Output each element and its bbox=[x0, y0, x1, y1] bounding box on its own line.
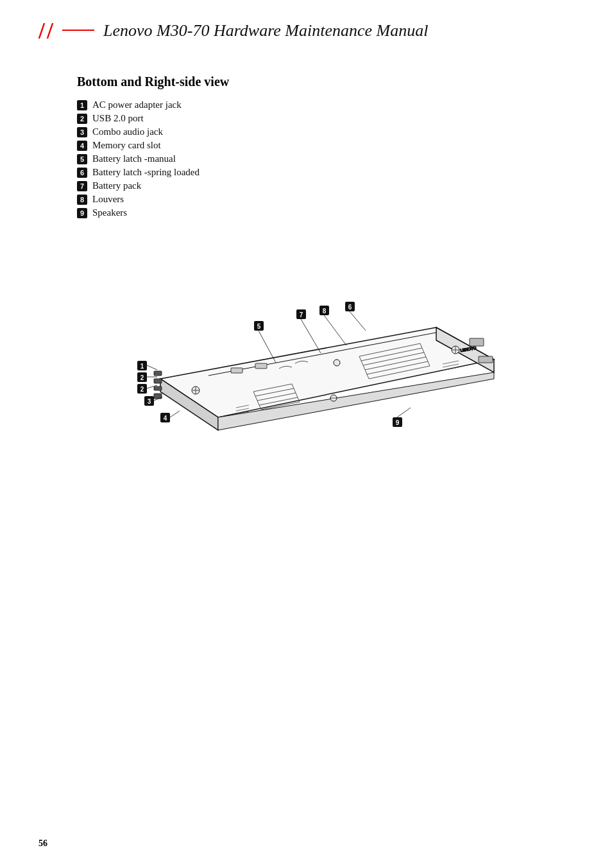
item-label: Louvers bbox=[92, 194, 124, 205]
badge-9: 9 bbox=[77, 208, 87, 218]
svg-text:6: 6 bbox=[348, 304, 352, 311]
svg-line-53 bbox=[147, 365, 157, 370]
manual-title: Lenovo M30-70 Hardware Maintenance Manua… bbox=[103, 21, 428, 40]
item-label: Speakers bbox=[92, 207, 127, 218]
list-item: 9 Speakers bbox=[77, 207, 574, 218]
item-label: Battery latch -manual bbox=[92, 153, 176, 164]
svg-text:2: 2 bbox=[140, 386, 144, 393]
svg-line-65 bbox=[170, 411, 180, 417]
item-label: AC power adapter jack bbox=[92, 100, 182, 110]
svg-line-68 bbox=[397, 408, 411, 417]
list-item: 7 Battery pack bbox=[77, 180, 574, 191]
page-header: / / Lenovo M30-70 Hardware Maintenance M… bbox=[38, 19, 574, 49]
svg-line-47 bbox=[301, 319, 321, 353]
page-number: 56 bbox=[38, 838, 47, 849]
badge-2: 2 bbox=[77, 114, 87, 124]
svg-rect-33 bbox=[154, 394, 162, 399]
page-content: Bottom and Right-side view 1 AC power ad… bbox=[77, 74, 574, 469]
svg-rect-30 bbox=[154, 371, 162, 376]
svg-line-50 bbox=[259, 331, 276, 363]
list-item: 3 Combo audio jack bbox=[77, 126, 574, 137]
svg-line-44 bbox=[324, 315, 346, 345]
item-label: Battery latch -spring loaded bbox=[92, 167, 200, 178]
components-list: 1 AC power adapter jack 2 USB 2.0 port 3… bbox=[77, 100, 574, 218]
logo-divider bbox=[62, 30, 94, 31]
svg-text:4: 4 bbox=[164, 415, 167, 422]
svg-rect-34 bbox=[231, 368, 242, 373]
laptop-svg: LENOVO 6 8 7 5 1 bbox=[96, 238, 520, 469]
svg-rect-36 bbox=[470, 338, 484, 346]
section-title: Bottom and Right-side view bbox=[77, 74, 574, 89]
svg-rect-31 bbox=[154, 379, 162, 383]
item-label: Battery pack bbox=[92, 180, 141, 191]
badge-8: 8 bbox=[77, 195, 87, 205]
item-label: Memory card slot bbox=[92, 140, 161, 151]
svg-text:1: 1 bbox=[140, 363, 144, 370]
svg-rect-32 bbox=[154, 386, 162, 390]
lenovo-logo: / / bbox=[38, 19, 53, 42]
svg-text:3: 3 bbox=[148, 398, 151, 405]
laptop-diagram: LENOVO 6 8 7 5 1 bbox=[96, 238, 520, 469]
badge-6: 6 bbox=[77, 168, 87, 178]
logo-slash-2: / bbox=[47, 19, 53, 42]
svg-point-29 bbox=[334, 360, 340, 366]
list-item: 5 Battery latch -manual bbox=[77, 153, 574, 164]
logo-slash-1: / bbox=[38, 19, 45, 42]
svg-text:8: 8 bbox=[323, 308, 327, 315]
svg-rect-37 bbox=[479, 356, 493, 363]
badge-3: 3 bbox=[77, 127, 87, 137]
svg-rect-35 bbox=[255, 363, 267, 369]
svg-text:5: 5 bbox=[257, 323, 261, 330]
badge-4: 4 bbox=[77, 141, 87, 151]
badge-7: 7 bbox=[77, 181, 87, 191]
list-item: 2 USB 2.0 port bbox=[77, 113, 574, 124]
list-item: 6 Battery latch -spring loaded bbox=[77, 167, 574, 178]
svg-text:9: 9 bbox=[396, 419, 400, 426]
svg-text:7: 7 bbox=[300, 311, 303, 318]
svg-line-41 bbox=[350, 311, 366, 331]
badge-5: 5 bbox=[77, 154, 87, 164]
svg-text:2: 2 bbox=[140, 374, 144, 381]
badge-1: 1 bbox=[77, 100, 87, 110]
item-label: USB 2.0 port bbox=[92, 113, 144, 124]
item-label: Combo audio jack bbox=[92, 126, 163, 137]
list-item: 8 Louvers bbox=[77, 194, 574, 205]
list-item: 1 AC power adapter jack bbox=[77, 100, 574, 110]
list-item: 4 Memory card slot bbox=[77, 140, 574, 151]
